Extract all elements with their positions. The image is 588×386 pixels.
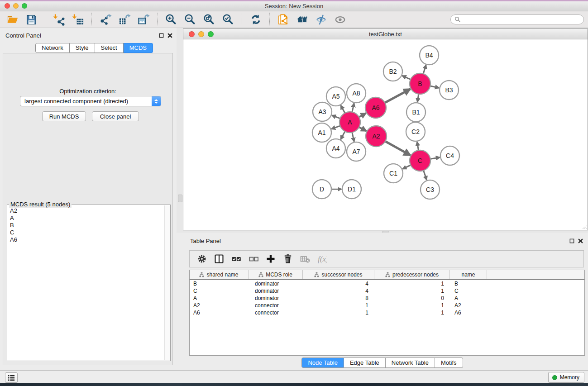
cell-successor-nodes[interactable]: 1 (303, 310, 374, 316)
import-network-icon[interactable] (52, 12, 66, 27)
table-settings-icon[interactable] (195, 253, 209, 265)
run-mcds-button[interactable]: Run MCDS (42, 111, 86, 121)
node-A3[interactable]: A3 (313, 102, 332, 121)
cell-name[interactable]: A2 (450, 302, 487, 309)
cell-MCDS-role[interactable]: dominator (249, 288, 303, 294)
cell-MCDS-role[interactable]: connector (249, 310, 303, 316)
task-history-button[interactable] (5, 372, 18, 383)
cell-MCDS-role[interactable]: connector (249, 302, 303, 309)
node-A7[interactable]: A7 (347, 142, 366, 161)
result-item[interactable]: A6 (10, 236, 165, 243)
edge-A-A1[interactable] (331, 126, 340, 129)
edge-A2-C[interactable] (385, 141, 410, 155)
cell-predecessor-nodes[interactable]: 0 (374, 295, 450, 301)
cell-successor-nodes[interactable]: 4 (303, 281, 374, 287)
node-A1[interactable]: A1 (312, 123, 331, 142)
node-A6[interactable]: A6 (365, 97, 386, 118)
edge-B-B1[interactable] (417, 94, 419, 102)
node-B3[interactable]: B3 (440, 81, 459, 100)
cell-predecessor-nodes[interactable]: 1 (374, 302, 450, 309)
network-close-button[interactable] (189, 31, 195, 37)
import-table-icon[interactable] (71, 12, 85, 27)
result-item[interactable]: C (10, 229, 165, 236)
zoom-window-button[interactable] (22, 3, 27, 9)
cell-predecessor-nodes[interactable]: 1 (374, 310, 450, 316)
create-column-icon[interactable] (264, 253, 277, 265)
memory-button[interactable]: Memory (548, 372, 584, 383)
home-icon[interactable] (295, 12, 310, 27)
edge-C-C1[interactable] (402, 165, 411, 169)
cell-name[interactable]: A6 (450, 310, 487, 316)
node-C1[interactable]: C1 (384, 164, 403, 183)
cell-MCDS-role[interactable]: dominator (249, 295, 303, 301)
node-D[interactable]: D (312, 180, 331, 199)
edge-C-C3[interactable] (423, 170, 427, 180)
hide-panels-icon[interactable] (314, 12, 329, 27)
show-columns-icon[interactable] (212, 253, 226, 265)
edge-A6-B[interactable] (384, 89, 410, 103)
tab-edge-table[interactable]: Edge Table (344, 357, 386, 368)
node-C2[interactable]: C2 (406, 122, 425, 141)
zoom-selected-icon[interactable] (221, 12, 235, 27)
edge-A-A2[interactable] (359, 127, 366, 131)
tab-mcds[interactable]: MCDS (124, 43, 153, 53)
node-B2[interactable]: B2 (383, 62, 402, 81)
node-A[interactable]: A (339, 112, 360, 133)
result-item[interactable]: A2 (10, 207, 165, 214)
cell-shared-name[interactable]: C (190, 288, 249, 294)
edge-B-B2[interactable] (402, 76, 411, 80)
resize-grip[interactable] (582, 224, 587, 229)
cell-predecessor-nodes[interactable]: 1 (374, 281, 450, 287)
column-header-successor-nodes[interactable]: successor nodes (303, 270, 374, 279)
node-B[interactable]: B (410, 73, 430, 94)
refresh-icon[interactable] (249, 12, 263, 27)
edge-A-A7[interactable] (352, 132, 354, 142)
tab-motifs[interactable]: Motifs (435, 357, 463, 368)
column-header-shared-name[interactable]: shared name (190, 270, 249, 279)
node-C4[interactable]: C4 (440, 146, 459, 165)
show-panels-icon[interactable] (333, 12, 348, 27)
column-header-predecessor-nodes[interactable]: predecessor nodes (374, 270, 450, 279)
result-item[interactable]: A (10, 214, 165, 222)
cell-successor-nodes[interactable]: 1 (303, 302, 374, 309)
node-A8[interactable]: A8 (347, 84, 366, 103)
cell-name[interactable]: B (450, 281, 487, 287)
zoom-in-icon[interactable] (164, 12, 178, 27)
criterion-dropdown[interactable]: largest connected component (directed) (20, 96, 161, 106)
table-row[interactable]: Adominator80A (190, 295, 584, 302)
open-session-icon[interactable] (5, 12, 19, 27)
minimize-window-button[interactable] (13, 3, 19, 9)
edge-A-A8[interactable] (352, 103, 354, 113)
network-zoom-button[interactable] (208, 31, 214, 37)
node-A4[interactable]: A4 (326, 139, 345, 158)
close-window-button[interactable] (5, 3, 10, 9)
close-table-panel-icon[interactable] (578, 238, 583, 244)
select-all-rows-icon[interactable] (229, 253, 243, 265)
export-image-icon[interactable] (136, 12, 151, 27)
edge-A-A5[interactable] (341, 105, 345, 114)
search-input[interactable] (463, 15, 583, 24)
cell-shared-name[interactable]: A (190, 295, 249, 301)
close-panel-button[interactable]: Close panel (92, 111, 139, 121)
column-header-name[interactable]: name (450, 270, 487, 279)
export-network-icon[interactable] (98, 12, 113, 27)
column-header-MCDS-role[interactable]: MCDS role (249, 270, 303, 279)
table-row[interactable]: Cdominator41C (190, 287, 584, 295)
table-row[interactable]: Bdominator41B (190, 280, 584, 287)
network-window-titlebar[interactable]: testGlobe.txt (183, 29, 588, 39)
cell-MCDS-role[interactable]: dominator (249, 281, 303, 287)
node-B4[interactable]: B4 (420, 46, 439, 65)
result-item[interactable]: B (10, 222, 165, 229)
node-C3[interactable]: C3 (421, 180, 440, 199)
edge-C-C2[interactable] (417, 142, 419, 151)
node-D1[interactable]: D1 (342, 180, 361, 199)
tab-network[interactable]: Network (35, 43, 70, 53)
close-panel-icon[interactable] (167, 33, 173, 38)
cell-successor-nodes[interactable]: 8 (303, 295, 374, 301)
network-canvas[interactable]: B4B2BB3A8A5A6B1A3AA1C2A2A4A7CC4C1C3DD1 (183, 40, 588, 230)
edge-A-A4[interactable] (341, 131, 345, 139)
edge-B-B4[interactable] (423, 65, 426, 74)
tab-network-table[interactable]: Network Table (386, 357, 435, 368)
float-panel-icon[interactable] (158, 33, 164, 38)
vertical-splitter-handle[interactable] (178, 195, 182, 202)
